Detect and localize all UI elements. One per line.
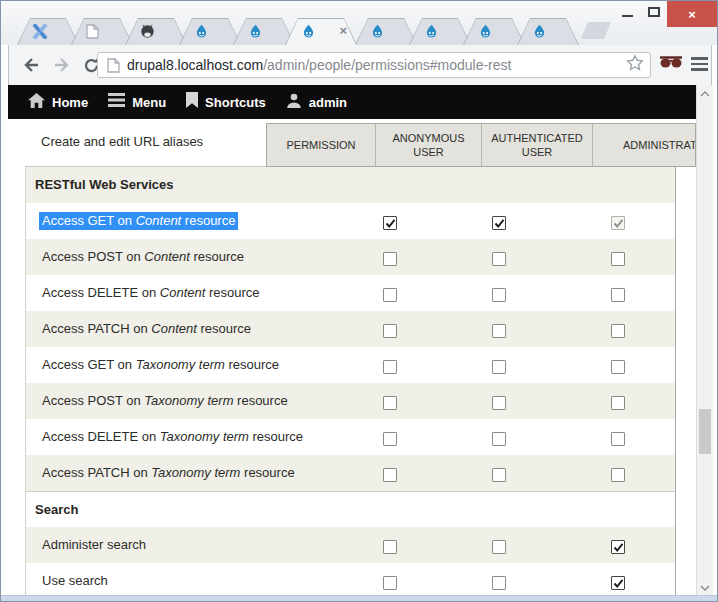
checkbox-authenticated[interactable] [492, 216, 506, 230]
permission-row: Access POST on Content resource [25, 239, 676, 275]
checkbox-anonymous[interactable] [383, 324, 397, 338]
checkbox-authenticated[interactable] [492, 360, 506, 374]
checkbox-anonymous[interactable] [383, 468, 397, 482]
permission-row: Access GET on Taxonomy term resource [25, 347, 676, 383]
permission-row: Access PATCH on Taxonomy term resource [25, 455, 676, 491]
address-bar[interactable]: drupal8.localhost.com/admin/people/permi… [97, 52, 651, 78]
tab-10[interactable] [517, 18, 579, 45]
checkbox-administrator[interactable] [611, 468, 625, 482]
drupal-favicon-icon [532, 24, 548, 40]
extension-button[interactable] [659, 55, 683, 74]
back-button[interactable] [20, 54, 42, 76]
tab-2[interactable] [71, 18, 133, 45]
tab-close-icon[interactable]: × [339, 23, 347, 38]
checkbox-administrator[interactable] [611, 396, 625, 410]
maximize-icon [648, 7, 660, 17]
checkbox-anonymous[interactable] [383, 216, 397, 230]
checkbox-administrator[interactable] [611, 360, 625, 374]
checkbox-anonymous[interactable] [383, 396, 397, 410]
checkbox-authenticated[interactable] [492, 288, 506, 302]
tab-5[interactable] [233, 18, 295, 45]
checkbox-authenticated[interactable] [492, 576, 506, 590]
browser-toolbar: drupal8.localhost.com/admin/people/permi… [8, 45, 712, 85]
chevron-down-icon [700, 585, 710, 591]
checkbox-administrator[interactable] [611, 540, 625, 554]
toolbar-item-shortcuts[interactable]: Shortcuts [186, 92, 266, 112]
home-icon [28, 93, 52, 112]
checkbox-anonymous[interactable] [383, 288, 397, 302]
tab-surface [464, 19, 524, 45]
checkbox-administrator[interactable] [611, 576, 625, 590]
checkbox-administrator[interactable] [611, 432, 625, 446]
tab-9[interactable] [463, 18, 525, 45]
permission-row: Access PATCH on Content resource [25, 311, 676, 347]
permission-row: Administer search [25, 527, 676, 563]
checkbox-authenticated[interactable] [492, 252, 506, 266]
shortcuts-icon [186, 92, 205, 112]
page-icon [107, 58, 120, 73]
forward-arrow-icon [52, 55, 72, 75]
checkbox-administrator[interactable] [611, 288, 625, 302]
permission-label: Access GET on Taxonomy term resource [42, 357, 279, 372]
tab-surface [180, 19, 240, 45]
sticky-table-header: PERMISSIONANONYMOUS USERAUTHENTICATED US… [266, 123, 696, 167]
checkbox-anonymous[interactable] [383, 540, 397, 554]
browser-menu-button[interactable] [691, 57, 708, 74]
checkbox-anonymous[interactable] [383, 252, 397, 266]
header-cell-authenticated-user: AUTHENTICATED USER [482, 124, 593, 166]
tab-7[interactable] [355, 18, 417, 45]
scrollbar-thumb[interactable] [699, 409, 711, 454]
checkbox-authenticated[interactable] [492, 324, 506, 338]
tab-4[interactable] [179, 18, 241, 45]
toolbar-item-admin[interactable]: admin [286, 93, 347, 112]
chevron-up-icon [700, 91, 710, 97]
permission-row: Access POST on Taxonomy term resource [25, 383, 676, 419]
menu-icon [108, 93, 132, 111]
checkbox-anonymous[interactable] [383, 576, 397, 590]
forward-button[interactable] [51, 54, 73, 76]
scroll-down-button[interactable] [697, 580, 713, 596]
window-bottom-frame [1, 595, 717, 601]
checkbox-administrator[interactable] [611, 324, 625, 338]
toolbar-item-label: Shortcuts [205, 95, 266, 110]
close-button[interactable]: × [667, 1, 717, 27]
tab-surface [518, 19, 578, 45]
browser-window: × × drupal8.localhost.com/admin/people/p… [0, 0, 718, 602]
toolbar-item-home[interactable]: Home [28, 93, 88, 112]
new-tab-button[interactable] [581, 22, 611, 39]
checkbox-authenticated[interactable] [492, 540, 506, 554]
drupal-favicon-icon [248, 24, 264, 40]
checkbox-anonymous[interactable] [383, 360, 397, 374]
toolbar-item-label: admin [309, 95, 347, 110]
hamburger-icon [691, 57, 708, 71]
module-section-label: Search [35, 502, 78, 517]
drupal-favicon-icon [194, 24, 210, 40]
toolbar-item-label: Menu [132, 95, 166, 110]
permission-row: Access GET on Content resource [25, 203, 676, 239]
checkbox-authenticated[interactable] [492, 396, 506, 410]
scroll-up-button[interactable] [697, 86, 713, 102]
minimize-button[interactable] [615, 1, 641, 23]
module-section-row: RESTful Web Services [25, 167, 676, 203]
checkbox-administrator[interactable] [611, 252, 625, 266]
permission-row: Access DELETE on Taxonomy term resource [25, 419, 676, 455]
tab-1[interactable] [17, 18, 79, 45]
checkbox-anonymous[interactable] [383, 432, 397, 446]
url-path: /admin/people/permissions#module-rest [263, 57, 511, 73]
header-cell-anonymous-user: ANONYMOUS USER [376, 124, 482, 166]
permission-label: Access DELETE on Content resource [42, 285, 260, 300]
tab-8[interactable] [409, 18, 471, 45]
toolbar-item-menu[interactable]: Menu [108, 93, 166, 111]
tab-surface [410, 19, 470, 45]
tab-3[interactable] [125, 18, 187, 45]
bookmark-star-button[interactable] [626, 54, 644, 76]
checkbox-authenticated[interactable] [492, 432, 506, 446]
tab-active[interactable]: × [285, 18, 357, 45]
checkbox-administrator[interactable] [611, 216, 625, 230]
vertical-scrollbar[interactable] [696, 85, 713, 597]
checkbox-authenticated[interactable] [492, 468, 506, 482]
selected-text-highlight: Access GET on Content resource [39, 212, 238, 230]
maximize-button[interactable] [641, 1, 667, 23]
drupal-admin-toolbar: HomeMenuShortcutsadmin [8, 85, 696, 119]
drupal-favicon-icon [370, 24, 386, 40]
